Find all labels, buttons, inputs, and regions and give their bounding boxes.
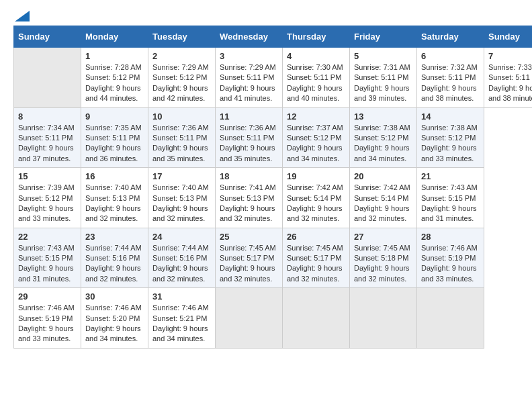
day-number: 6 (421, 51, 480, 61)
day-info: Sunrise: 7:38 AMSunset: 5:12 PMDaylight:… (354, 123, 412, 165)
day-number: 17 (152, 171, 211, 181)
day-info: Sunrise: 7:36 AMSunset: 5:11 PMDaylight:… (220, 123, 278, 165)
day-number: 28 (421, 232, 480, 242)
day-number: 3 (220, 51, 278, 61)
calendar-cell (216, 288, 283, 349)
calendar-week-1: 8Sunrise: 7:34 AMSunset: 5:11 PMDaylight… (14, 107, 533, 168)
day-number: 26 (287, 232, 345, 242)
day-number: 2 (152, 51, 211, 61)
calendar-cell: 2Sunrise: 7:29 AMSunset: 5:12 PMDaylight… (148, 48, 216, 108)
calendar-cell: 23Sunrise: 7:44 AMSunset: 5:16 PMDayligh… (81, 228, 148, 288)
day-info: Sunrise: 7:29 AMSunset: 5:12 PMDaylight:… (152, 62, 211, 104)
day-info: Sunrise: 7:37 AMSunset: 5:12 PMDaylight:… (287, 123, 345, 165)
calendar-cell: 11Sunrise: 7:36 AMSunset: 5:11 PMDayligh… (216, 107, 283, 168)
logo (13, 13, 30, 19)
calendar-cell: 6Sunrise: 7:32 AMSunset: 5:11 PMDaylight… (417, 48, 484, 108)
day-number: 16 (85, 171, 144, 181)
day-number: 11 (220, 111, 278, 122)
day-number: 25 (220, 232, 278, 242)
calendar-cell: 24Sunrise: 7:44 AMSunset: 5:16 PMDayligh… (148, 228, 216, 288)
day-info: Sunrise: 7:34 AMSunset: 5:11 PMDaylight:… (18, 123, 77, 165)
day-number: 18 (220, 171, 278, 181)
svg-marker-0 (15, 11, 30, 21)
calendar-week-3: 22Sunrise: 7:43 AMSunset: 5:15 PMDayligh… (14, 228, 533, 288)
day-info: Sunrise: 7:44 AMSunset: 5:16 PMDaylight:… (85, 243, 144, 285)
day-number: 30 (85, 291, 144, 302)
day-number: 15 (18, 171, 77, 181)
calendar-cell: 9Sunrise: 7:35 AMSunset: 5:11 PMDaylight… (81, 107, 148, 168)
header-day-wednesday: Wednesday (216, 26, 283, 48)
day-number: 7 (488, 51, 532, 61)
day-number: 29 (18, 291, 77, 302)
day-info: Sunrise: 7:38 AMSunset: 5:12 PMDaylight:… (421, 123, 480, 165)
day-number: 8 (18, 111, 77, 122)
calendar-cell: 21Sunrise: 7:43 AMSunset: 5:15 PMDayligh… (417, 168, 484, 228)
header-day-tuesday: Tuesday (148, 26, 216, 48)
day-number: 23 (85, 232, 144, 242)
day-info: Sunrise: 7:28 AMSunset: 5:12 PMDaylight:… (85, 62, 144, 104)
calendar-cell: 31Sunrise: 7:46 AMSunset: 5:21 PMDayligh… (148, 288, 216, 349)
day-info: Sunrise: 7:40 AMSunset: 5:13 PMDaylight:… (85, 183, 144, 224)
day-info: Sunrise: 7:44 AMSunset: 5:16 PMDaylight:… (152, 243, 211, 285)
day-info: Sunrise: 7:39 AMSunset: 5:12 PMDaylight:… (18, 183, 77, 224)
header-sunday: Sunday (484, 26, 533, 48)
day-number: 22 (18, 232, 77, 242)
day-number: 31 (152, 291, 211, 302)
calendar-cell: 28Sunrise: 7:46 AMSunset: 5:19 PMDayligh… (417, 228, 484, 288)
day-number: 24 (152, 232, 211, 242)
day-info: Sunrise: 7:43 AMSunset: 5:15 PMDaylight:… (18, 243, 77, 285)
logo-icon (15, 11, 30, 21)
day-info: Sunrise: 7:46 AMSunset: 5:20 PMDaylight:… (85, 303, 144, 345)
calendar-week-4: 29Sunrise: 7:46 AMSunset: 5:19 PMDayligh… (14, 288, 533, 349)
calendar-cell: 5Sunrise: 7:31 AMSunset: 5:11 PMDaylight… (350, 48, 417, 108)
header-day-thursday: Thursday (283, 26, 350, 48)
day-number: 21 (421, 171, 480, 181)
day-number: 20 (354, 171, 412, 181)
calendar-cell: 10Sunrise: 7:36 AMSunset: 5:11 PMDayligh… (148, 107, 216, 168)
calendar-cell: 14Sunrise: 7:38 AMSunset: 5:12 PMDayligh… (417, 107, 484, 168)
calendar-week-2: 15Sunrise: 7:39 AMSunset: 5:12 PMDayligh… (14, 168, 533, 228)
header-day-sunday: Sunday (14, 26, 81, 48)
calendar-cell: 1Sunrise: 7:28 AMSunset: 5:12 PMDaylight… (81, 48, 148, 108)
day-info: Sunrise: 7:45 AMSunset: 5:17 PMDaylight:… (287, 243, 345, 285)
header-day-saturday: Saturday (417, 26, 484, 48)
day-number: 14 (421, 111, 480, 122)
day-info: Sunrise: 7:31 AMSunset: 5:11 PMDaylight:… (354, 62, 412, 104)
day-info: Sunrise: 7:36 AMSunset: 5:11 PMDaylight:… (152, 123, 211, 165)
day-info: Sunrise: 7:42 AMSunset: 5:14 PMDaylight:… (287, 183, 345, 224)
day-info: Sunrise: 7:42 AMSunset: 5:14 PMDaylight:… (354, 183, 412, 224)
calendar-cell: 12Sunrise: 7:37 AMSunset: 5:12 PMDayligh… (283, 107, 350, 168)
calendar-cell (350, 288, 417, 349)
day-number: 13 (354, 111, 412, 122)
calendar-table: SundayMondayTuesdayWednesdayThursdayFrid… (13, 26, 532, 349)
calendar-cell: 4Sunrise: 7:30 AMSunset: 5:11 PMDaylight… (283, 48, 350, 108)
day-number: 19 (287, 171, 345, 181)
day-info: Sunrise: 7:46 AMSunset: 5:21 PMDaylight:… (152, 303, 211, 345)
day-number: 1 (85, 51, 144, 61)
day-info: Sunrise: 7:35 AMSunset: 5:11 PMDaylight:… (85, 123, 144, 165)
calendar-cell: 29Sunrise: 7:46 AMSunset: 5:19 PMDayligh… (14, 288, 81, 349)
calendar-cell: 30Sunrise: 7:46 AMSunset: 5:20 PMDayligh… (81, 288, 148, 349)
day-number: 9 (85, 111, 144, 122)
calendar-cell: 27Sunrise: 7:45 AMSunset: 5:18 PMDayligh… (350, 228, 417, 288)
day-info: Sunrise: 7:29 AMSunset: 5:11 PMDaylight:… (220, 62, 278, 104)
calendar-cell: 8Sunrise: 7:34 AMSunset: 5:11 PMDaylight… (14, 107, 81, 168)
day-info: Sunrise: 7:45 AMSunset: 5:18 PMDaylight:… (354, 243, 412, 285)
calendar-cell: 17Sunrise: 7:40 AMSunset: 5:13 PMDayligh… (148, 168, 216, 228)
calendar-cell: 26Sunrise: 7:45 AMSunset: 5:17 PMDayligh… (283, 228, 350, 288)
calendar-cell (417, 288, 484, 349)
calendar-cell: 18Sunrise: 7:41 AMSunset: 5:13 PMDayligh… (216, 168, 283, 228)
day-number: 4 (287, 51, 345, 61)
day-info: Sunrise: 7:46 AMSunset: 5:19 PMDaylight:… (421, 243, 480, 285)
calendar-cell: 13Sunrise: 7:38 AMSunset: 5:12 PMDayligh… (350, 107, 417, 168)
calendar-cell: 22Sunrise: 7:43 AMSunset: 5:15 PMDayligh… (14, 228, 81, 288)
calendar-cell (283, 288, 350, 349)
header-day-monday: Monday (81, 26, 148, 48)
day-info: Sunrise: 7:32 AMSunset: 5:11 PMDaylight:… (421, 62, 480, 104)
day-number: 5 (354, 51, 412, 61)
day-number: 10 (152, 111, 211, 122)
day-info: Sunrise: 7:33 AMSunset: 5:11 PMDaylight:… (488, 62, 532, 104)
calendar-cell (14, 48, 81, 108)
day-number: 27 (354, 232, 412, 242)
calendar-cell: 15Sunrise: 7:39 AMSunset: 5:12 PMDayligh… (14, 168, 81, 228)
